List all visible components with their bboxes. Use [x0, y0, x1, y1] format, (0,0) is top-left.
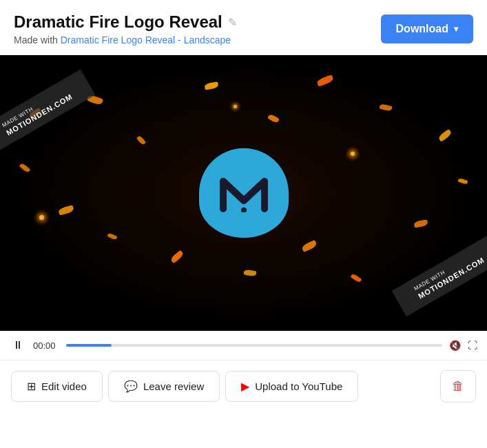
- leave-review-label: Leave review: [143, 380, 204, 392]
- youtube-icon: ▶: [241, 380, 249, 393]
- watermark-bottom-right: MADE WITH MOTIONDEN.COM: [392, 233, 487, 317]
- logo-circle: [199, 148, 289, 238]
- title-row: Dramatic Fire Logo Reveal ✎: [14, 12, 237, 32]
- subtitle-prefix: Made with: [14, 34, 61, 45]
- page-header: Dramatic Fire Logo Reveal ✎ Made with Dr…: [0, 0, 487, 55]
- edit-video-label: Edit video: [41, 380, 87, 392]
- upload-youtube-label: Upload to YouTube: [255, 380, 342, 392]
- template-link[interactable]: Dramatic Fire Logo Reveal - Landscape: [61, 34, 231, 45]
- edit-title-icon[interactable]: ✎: [228, 16, 237, 29]
- time-display: 00:00: [33, 340, 59, 351]
- upload-youtube-button[interactable]: ▶ Upload to YouTube: [225, 371, 358, 402]
- pause-icon: ⏸: [12, 339, 23, 352]
- title-section: Dramatic Fire Logo Reveal ✎ Made with Dr…: [14, 12, 237, 45]
- play-pause-button[interactable]: ⏸: [10, 338, 26, 353]
- page-title: Dramatic Fire Logo Reveal: [14, 12, 222, 32]
- trash-icon: 🗑: [452, 379, 464, 394]
- progress-fill: [66, 344, 112, 347]
- fullscreen-button[interactable]: ⛶: [468, 340, 477, 351]
- download-label: Download: [396, 23, 448, 35]
- action-bar: ⊞ Edit video 💬 Leave review ▶ Upload to …: [0, 360, 487, 412]
- watermark-top-left: MADE WITH MOTIONDEN.COM: [0, 70, 95, 154]
- leave-review-button[interactable]: 💬 Leave review: [108, 371, 220, 402]
- svg-point-0: [241, 207, 247, 212]
- film-icon: ⊞: [27, 380, 36, 393]
- comment-icon: 💬: [124, 380, 138, 393]
- video-controls-bar: ⏸ 00:00 🔇 ⛶: [0, 331, 487, 360]
- video-player: MADE WITH MOTIONDEN.COM MADE WITH MOTION…: [0, 55, 487, 331]
- video-background: MADE WITH MOTIONDEN.COM MADE WITH MOTION…: [0, 55, 487, 331]
- edit-video-button[interactable]: ⊞ Edit video: [11, 371, 103, 402]
- fullscreen-icon: ⛶: [468, 340, 477, 351]
- progress-bar[interactable]: [66, 344, 442, 347]
- delete-button[interactable]: 🗑: [440, 370, 476, 403]
- download-button[interactable]: Download ▾: [381, 14, 473, 43]
- volume-mute-icon: 🔇: [449, 340, 461, 351]
- logo-icon: [220, 174, 268, 212]
- volume-button[interactable]: 🔇: [449, 340, 461, 351]
- subtitle: Made with Dramatic Fire Logo Reveal - La…: [14, 34, 237, 45]
- chevron-down-icon: ▾: [454, 24, 458, 34]
